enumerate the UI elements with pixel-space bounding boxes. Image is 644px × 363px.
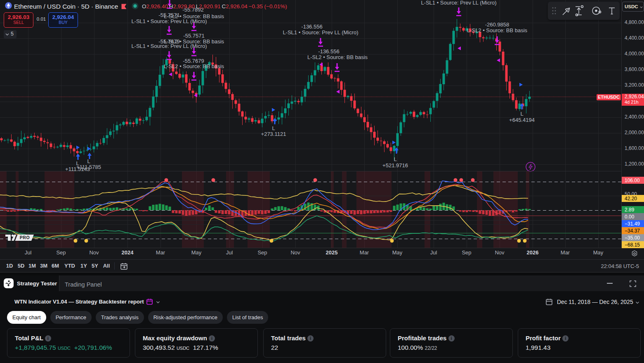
svg-text:+521.9716: +521.9716: [382, 162, 408, 168]
svg-text:L: L: [520, 111, 523, 117]
svg-text:+111.5785: +111.5785: [76, 164, 101, 170]
svg-text:-136.556: -136.556: [301, 24, 322, 30]
svg-text:L-SL1 • Source: Prev LL (Micro: L-SL1 • Source: Prev LL (Micro): [421, 0, 496, 6]
svg-text:L-SL2 • Source: BB basis: L-SL2 • Source: BB basis: [307, 54, 368, 60]
svg-text:-260.9858: -260.9858: [485, 21, 510, 28]
svg-text:-55.7571: -55.7571: [183, 33, 204, 39]
svg-text:L-SL2 • Source: BB basis: L-SL2 • Source: BB basis: [467, 27, 528, 33]
svg-text:L-SL1 • Source: Prev LL (Micro: L-SL1 • Source: Prev LL (Micro): [131, 18, 207, 24]
svg-text:L-SL2 • Source: BB basis: L-SL2 • Source: BB basis: [164, 63, 224, 69]
svg-text:PRO: PRO: [20, 235, 30, 240]
svg-text:L-SL1 • Source: Prev LL (Micro: L-SL1 • Source: Prev LL (Micro): [283, 29, 358, 36]
svg-text:+645.4194: +645.4194: [509, 117, 535, 123]
svg-text:L: L: [394, 156, 396, 162]
svg-text:-136.556: -136.556: [318, 48, 339, 55]
svg-text:L-SL1 • Source: Prev LL (Micro: L-SL1 • Source: Prev LL (Micro): [131, 43, 207, 49]
svg-text:+273.1121: +273.1121: [261, 131, 286, 137]
svg-text:L: L: [87, 158, 90, 164]
svg-text:L: L: [272, 125, 275, 131]
